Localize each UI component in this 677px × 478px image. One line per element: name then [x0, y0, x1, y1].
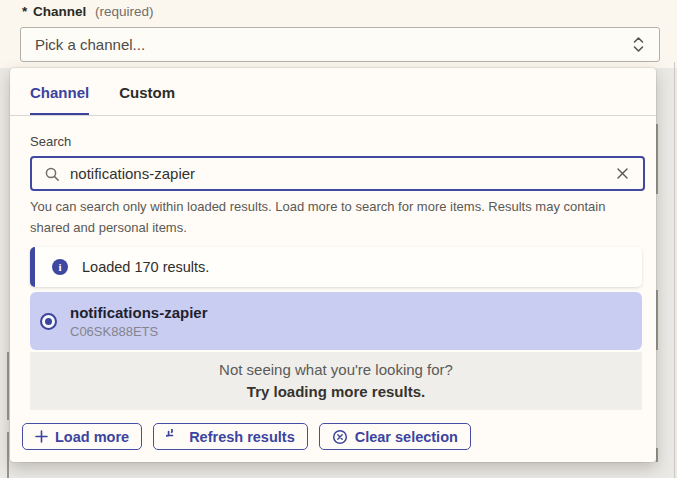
hint-question: Not seeing what you're looking for? [30, 361, 642, 378]
load-more-hint: Not seeing what you're looking for? Try … [30, 352, 642, 410]
tab-channel[interactable]: Channel [30, 68, 89, 116]
plus-icon [35, 430, 48, 443]
radio-selected-icon[interactable] [40, 313, 57, 330]
channel-dropdown-panel: Channel Custom Search You can search onl… [10, 68, 656, 462]
background-field-edge [656, 124, 658, 194]
x-circle-icon [332, 429, 348, 445]
up-down-chevron-icon [632, 36, 645, 53]
required-text: (required) [95, 4, 154, 19]
tab-custom[interactable]: Custom [119, 68, 175, 116]
background-field-edge [7, 352, 9, 420]
info-banner: i Loaded 170 results. [30, 247, 642, 287]
option-id: C06SK888ETS [70, 324, 208, 339]
background-field-edge [7, 432, 9, 478]
info-banner-text: Loaded 170 results. [82, 259, 209, 275]
background-field-edge [656, 290, 658, 350]
search-clear-button[interactable] [614, 165, 631, 182]
field-name: Channel [33, 4, 86, 19]
search-input-wrapper [30, 156, 645, 191]
hint-action[interactable]: Try loading more results. [30, 383, 642, 400]
slack-channel-picker-screen: * Channel (required) Pick a channel... C… [0, 0, 677, 478]
tab-divider [10, 115, 656, 116]
background-field-edge [674, 62, 675, 478]
clear-selection-button[interactable]: Clear selection [319, 423, 471, 450]
option-name: notifications-zapier [70, 304, 208, 321]
background-field-edge [656, 448, 658, 462]
tab-bar: Channel Custom [30, 68, 205, 116]
search-icon [44, 166, 60, 182]
channel-select-placeholder: Pick a channel... [35, 36, 145, 53]
channel-select[interactable]: Pick a channel... [20, 27, 660, 62]
channel-option-selected[interactable]: notifications-zapier C06SK888ETS [30, 292, 642, 350]
required-asterisk: * [22, 4, 27, 19]
channel-field-label: * Channel (required) [22, 4, 154, 19]
refresh-results-button[interactable]: Refresh results [153, 423, 308, 450]
load-more-button[interactable]: Load more [22, 423, 142, 450]
action-button-row: Load more Refresh results Clear selectio… [22, 423, 482, 450]
search-label: Search [30, 134, 71, 149]
close-icon [616, 167, 629, 180]
info-banner-accent-bar [30, 247, 35, 287]
refresh-icon [166, 429, 182, 445]
info-icon: i [52, 259, 68, 275]
option-text: notifications-zapier C06SK888ETS [70, 304, 208, 339]
search-help-text: You can search only within loaded result… [30, 196, 630, 238]
search-input[interactable] [70, 165, 614, 182]
